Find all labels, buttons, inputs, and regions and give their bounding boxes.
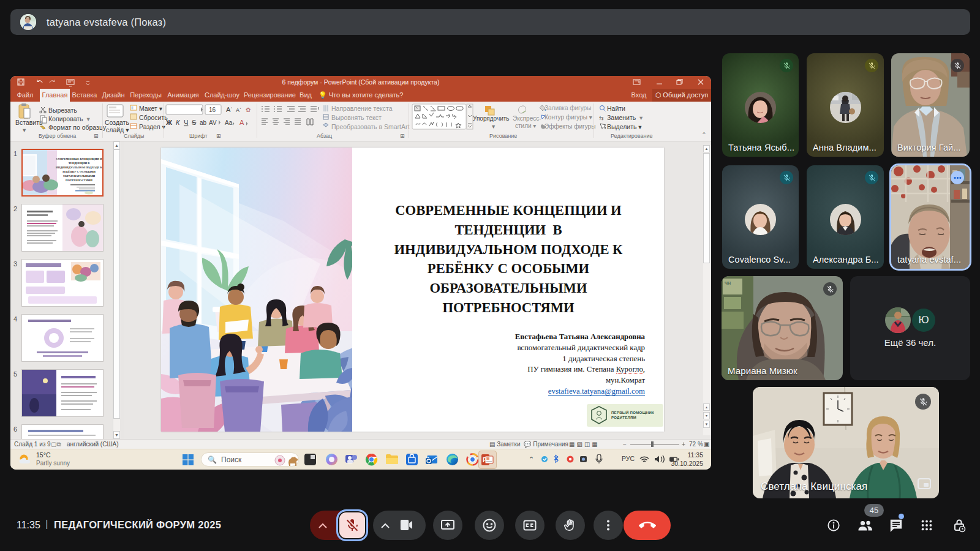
svg-text:ОБРАЗОВАТЕЛЬНЫМИ: ОБРАЗОВАТЕЛЬНЫМИ	[63, 174, 96, 178]
svg-text:К: К	[176, 119, 180, 126]
svg-text:Аа: Аа	[225, 119, 233, 126]
svg-text:16: 16	[209, 107, 216, 113]
svg-text:AV: AV	[209, 119, 217, 126]
svg-text:РЕБЁНКУ С ОСОБЫМИ: РЕБЁНКУ С ОСОБЫМИ	[62, 170, 96, 173]
svg-text:Аˈ: Аˈ	[226, 106, 233, 113]
svg-text:ЧН: ЧН	[725, 281, 731, 285]
svg-text:Аˋ: Аˋ	[236, 107, 241, 113]
svg-text:ПОТРЕБНОСТЯМИ: ПОТРЕБНОСТЯМИ	[66, 179, 92, 182]
svg-text:ТЕНДЕНЦИИ В: ТЕНДЕНЦИИ В	[69, 162, 89, 165]
svg-text:РОДИТЕЛЯМ: РОДИТЕЛЯМ	[611, 416, 636, 419]
svg-text:ПЕРВЫЙ ПОМОЩНИК: ПЕРВЫЙ ПОМОЩНИК	[611, 410, 654, 414]
svg-text:СОВРЕМЕННЫЕ КОНЦЕПЦИИ И: СОВРЕМЕННЫЕ КОНЦЕПЦИИ И	[56, 157, 102, 160]
svg-text:А: А	[239, 119, 244, 126]
svg-text:ИНДИВИДУАЛЬНОМ ПОДХОДЕ К: ИНДИВИДУАЛЬНОМ ПОДХОДЕ К	[56, 166, 102, 169]
svg-text:ab: ab	[200, 119, 207, 126]
svg-text:Ч: Ч	[184, 119, 188, 126]
svg-text:✿: ✿	[246, 107, 251, 113]
svg-text:⇆: ⇆	[599, 115, 604, 121]
svg-text:S: S	[192, 119, 196, 126]
svg-text:P: P	[483, 457, 487, 463]
